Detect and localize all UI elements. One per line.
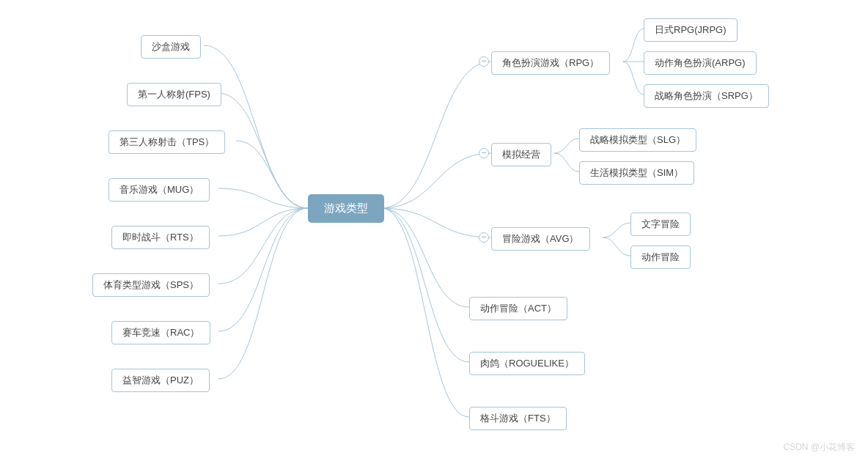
left-node-rac[interactable]: 赛车竞速（RAC） bbox=[111, 321, 210, 344]
node-label: 益智游戏（PUZ） bbox=[122, 375, 199, 386]
node-label: 动作冒险 bbox=[641, 251, 680, 262]
node-label: 第三人称射击（TPS） bbox=[119, 136, 214, 147]
child-node-srpg[interactable]: 战略角色扮演（SRPG） bbox=[644, 84, 769, 108]
node-label: 角色扮演游戏（RPG） bbox=[502, 57, 599, 68]
node-label: 冒险游戏（AVG） bbox=[502, 233, 579, 244]
left-node-fps[interactable]: 第一人称射(FPS) bbox=[127, 83, 221, 106]
collapse-toggle-avg[interactable]: − bbox=[479, 232, 489, 243]
child-node-simlife[interactable]: 生活模拟类型（SIM） bbox=[579, 161, 694, 185]
child-node-slg[interactable]: 战略模拟类型（SLG） bbox=[579, 128, 696, 152]
right-node-rpg[interactable]: 角色扮演游戏（RPG） bbox=[491, 51, 610, 75]
child-node-actionadv[interactable]: 动作冒险 bbox=[630, 246, 691, 269]
left-node-mug[interactable]: 音乐游戏（MUG） bbox=[108, 178, 210, 202]
right-node-sim[interactable]: 模拟经营 bbox=[491, 143, 551, 166]
right-node-act[interactable]: 动作冒险（ACT） bbox=[469, 297, 567, 320]
child-node-arpg[interactable]: 动作角色扮演(ARPG) bbox=[644, 51, 757, 75]
node-label: 生活模拟类型（SIM） bbox=[590, 167, 683, 178]
right-node-rogue[interactable]: 肉鸽（ROGUELIKE） bbox=[469, 352, 585, 375]
collapse-toggle-rpg[interactable]: − bbox=[479, 56, 489, 67]
left-node-sandbox[interactable]: 沙盒游戏 bbox=[141, 35, 201, 59]
child-node-jrpg[interactable]: 日式RPG(JRPG) bbox=[644, 18, 738, 42]
node-label: 文字冒险 bbox=[641, 218, 680, 229]
node-label: 赛车竞速（RAC） bbox=[122, 327, 199, 338]
left-node-sps[interactable]: 体育类型游戏（SPS） bbox=[92, 273, 210, 297]
left-node-rts[interactable]: 即时战斗（RTS） bbox=[111, 226, 210, 249]
node-label: 动作角色扮演(ARPG) bbox=[655, 57, 746, 68]
node-label: 模拟经营 bbox=[502, 149, 540, 160]
node-label: 即时战斗（RTS） bbox=[122, 232, 199, 243]
mindmap-canvas: 游戏类型沙盒游戏第一人称射(FPS)第三人称射击（TPS）音乐游戏（MUG）即时… bbox=[0, 0, 868, 461]
watermark: CSDN @小花博客 bbox=[783, 441, 855, 454]
node-label: 沙盒游戏 bbox=[152, 41, 190, 52]
collapse-toggle-sim[interactable]: − bbox=[479, 148, 489, 158]
right-node-fts[interactable]: 格斗游戏（FTS） bbox=[469, 407, 567, 430]
right-node-avg[interactable]: 冒险游戏（AVG） bbox=[491, 227, 590, 251]
node-label: 战略角色扮演（SRPG） bbox=[655, 90, 758, 101]
node-label: 音乐游戏（MUG） bbox=[119, 184, 199, 195]
node-label: 格斗游戏（FTS） bbox=[480, 413, 556, 424]
root-node-root[interactable]: 游戏类型 bbox=[308, 194, 384, 223]
node-label: 日式RPG(JRPG) bbox=[655, 24, 727, 35]
node-label: 动作冒险（ACT） bbox=[480, 303, 556, 314]
left-node-puz[interactable]: 益智游戏（PUZ） bbox=[111, 369, 210, 392]
node-label: 战略模拟类型（SLG） bbox=[590, 134, 685, 145]
node-label: 游戏类型 bbox=[324, 202, 368, 214]
node-label: 体育类型游戏（SPS） bbox=[103, 279, 199, 290]
left-node-tps[interactable]: 第三人称射击（TPS） bbox=[108, 130, 225, 154]
node-label: 第一人称射(FPS) bbox=[138, 89, 210, 100]
node-label: 肉鸽（ROGUELIKE） bbox=[480, 358, 574, 369]
child-node-textadv[interactable]: 文字冒险 bbox=[630, 213, 691, 236]
